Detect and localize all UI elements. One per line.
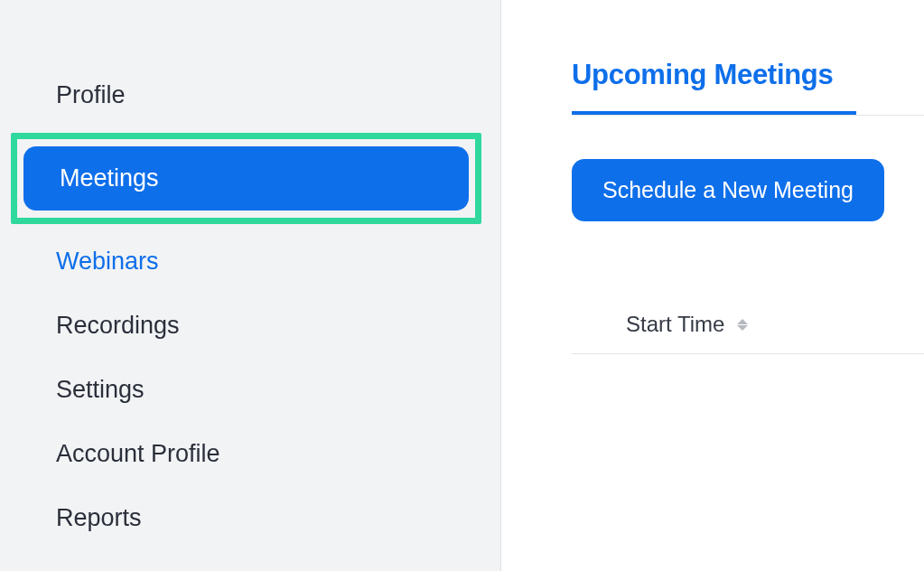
table-header-rule: [572, 353, 924, 354]
tab-underline-row: [572, 111, 924, 116]
caret-up-icon: [737, 319, 748, 324]
sidebar-item-profile[interactable]: Profile: [20, 63, 464, 127]
tab-divider-line: [572, 115, 924, 116]
table-header-row: Start Time: [572, 312, 924, 337]
column-header-start-time[interactable]: Start Time: [626, 312, 724, 337]
sidebar-item-meetings[interactable]: Meetings: [23, 146, 469, 211]
sidebar-item-account-profile[interactable]: Account Profile: [20, 422, 464, 486]
sort-icon[interactable]: [737, 319, 748, 331]
sidebar: Profile Meetings Webinars Recordings Set…: [0, 0, 500, 571]
sidebar-item-webinars[interactable]: Webinars: [20, 229, 464, 294]
tab-upcoming-meetings[interactable]: Upcoming Meetings: [572, 59, 924, 111]
caret-down-icon: [737, 325, 748, 331]
schedule-new-meeting-button[interactable]: Schedule a New Meeting: [572, 159, 884, 221]
sidebar-item-recordings[interactable]: Recordings: [20, 294, 464, 358]
main-content: Upcoming Meetings Schedule a New Meeting…: [500, 0, 924, 571]
annotation-highlight-box: Meetings: [11, 133, 481, 224]
sidebar-item-settings[interactable]: Settings: [20, 358, 464, 422]
sidebar-item-reports[interactable]: Reports: [20, 486, 464, 550]
